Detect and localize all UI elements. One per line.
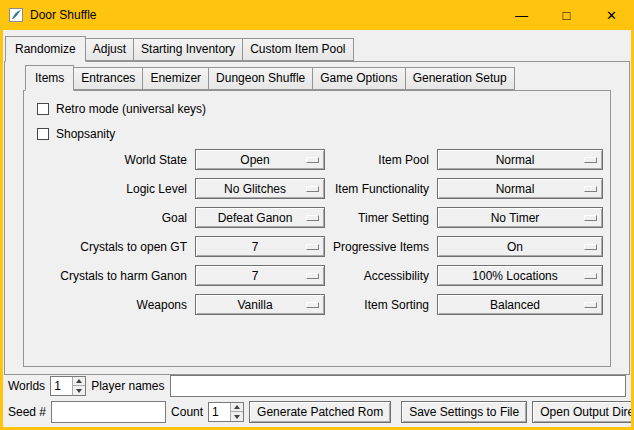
- door-shuffle-window: Door Shuffle — □ ✕ Randomize Adjust Star…: [0, 0, 634, 430]
- player-names-label: Player names: [91, 379, 164, 393]
- logic-level-value: No Glitches: [224, 182, 296, 196]
- options-grid: World State Open Item Pool Normal Logic …: [29, 149, 605, 315]
- items-panel: Retro mode (universal keys) Shopsanity W…: [23, 90, 611, 367]
- app-icon[interactable]: [8, 7, 24, 23]
- window-title: Door Shuffle: [30, 8, 97, 22]
- seed-input[interactable]: [51, 401, 166, 423]
- shopsanity-checkbox[interactable]: [37, 128, 49, 140]
- crystals-open-gt-value: 7: [252, 240, 269, 254]
- tab-generation-setup[interactable]: Generation Setup: [405, 67, 515, 90]
- worlds-increment-icon[interactable]: [72, 377, 85, 386]
- tab-dungeon-shuffle[interactable]: Dungeon Shuffle: [208, 67, 313, 90]
- dropdown-indicator-icon: [306, 215, 319, 221]
- item-sorting-label: Item Sorting: [333, 298, 429, 312]
- weapons-dropdown[interactable]: Vanilla: [195, 294, 325, 315]
- tab-adjust[interactable]: Adjust: [85, 38, 134, 61]
- shopsanity-row[interactable]: Shopsanity: [37, 124, 605, 144]
- crystals-harm-ganon-label: Crystals to harm Ganon: [29, 269, 187, 283]
- count-label: Count: [171, 405, 203, 419]
- world-state-value: Open: [240, 153, 279, 167]
- count-decrement-icon[interactable]: [230, 412, 243, 421]
- timer-setting-dropdown[interactable]: No Timer: [437, 207, 603, 228]
- worlds-input[interactable]: [51, 377, 72, 395]
- open-output-directory-button[interactable]: Open Output Directory: [532, 401, 631, 423]
- dropdown-indicator-icon: [584, 244, 597, 250]
- weapons-label: Weapons: [29, 298, 187, 312]
- player-names-input[interactable]: [170, 375, 627, 397]
- crystals-harm-ganon-value: 7: [252, 269, 269, 283]
- tab-enemizer[interactable]: Enemizer: [142, 67, 209, 90]
- goal-value: Defeat Ganon: [218, 211, 303, 225]
- dropdown-indicator-icon: [306, 273, 319, 279]
- randomize-panel: Items Entrances Enemizer Dungeon Shuffle…: [4, 61, 630, 375]
- seed-row: Seed # Count Generate Patched Rom Save S…: [8, 401, 626, 423]
- maximize-icon[interactable]: □: [544, 0, 589, 30]
- generate-patched-rom-button[interactable]: Generate Patched Rom: [249, 401, 391, 423]
- titlebar[interactable]: Door Shuffle — □ ✕: [0, 0, 634, 30]
- count-input[interactable]: [209, 403, 230, 421]
- item-sorting-value: Balanced: [490, 298, 550, 312]
- retro-mode-label[interactable]: Retro mode (universal keys): [56, 102, 206, 116]
- timer-setting-label: Timer Setting: [333, 211, 429, 225]
- tab-game-options[interactable]: Game Options: [312, 67, 405, 90]
- item-functionality-value: Normal: [496, 182, 545, 196]
- logic-level-dropdown[interactable]: No Glitches: [195, 178, 325, 199]
- count-spinner: [208, 402, 244, 422]
- item-functionality-dropdown[interactable]: Normal: [437, 178, 603, 199]
- progressive-items-label: Progressive Items: [333, 240, 429, 254]
- close-icon[interactable]: ✕: [589, 0, 634, 30]
- dropdown-indicator-icon: [584, 215, 597, 221]
- dropdown-indicator-icon: [584, 157, 597, 163]
- tab-starting-inventory[interactable]: Starting Inventory: [133, 38, 243, 61]
- goal-dropdown[interactable]: Defeat Ganon: [195, 207, 325, 228]
- retro-mode-checkbox[interactable]: [37, 103, 49, 115]
- world-state-label: World State: [29, 153, 187, 167]
- progressive-items-dropdown[interactable]: On: [437, 236, 603, 257]
- dropdown-indicator-icon: [306, 157, 319, 163]
- accessibility-label: Accessibility: [333, 269, 429, 283]
- crystals-harm-ganon-dropdown[interactable]: 7: [195, 265, 325, 286]
- dropdown-indicator-icon: [306, 186, 319, 192]
- client-area: Randomize Adjust Starting Inventory Cust…: [3, 30, 631, 427]
- logic-level-label: Logic Level: [29, 182, 187, 196]
- minimize-icon[interactable]: —: [499, 0, 544, 30]
- item-pool-value: Normal: [496, 153, 545, 167]
- bottom-bar: Worlds Player names Seed # Count: [3, 375, 631, 427]
- sub-tab-bar: Items Entrances Enemizer Dungeon Shuffle…: [23, 65, 611, 90]
- dropdown-indicator-icon: [584, 302, 597, 308]
- dropdown-indicator-icon: [306, 302, 319, 308]
- dropdown-indicator-icon: [306, 244, 319, 250]
- timer-setting-value: No Timer: [491, 211, 550, 225]
- retro-mode-row[interactable]: Retro mode (universal keys): [37, 99, 605, 119]
- dropdown-indicator-icon: [584, 273, 597, 279]
- tab-items[interactable]: Items: [25, 65, 74, 91]
- tab-randomize[interactable]: Randomize: [5, 36, 86, 62]
- worlds-row: Worlds Player names: [8, 375, 626, 397]
- goal-label: Goal: [29, 211, 187, 225]
- seed-label: Seed #: [8, 405, 46, 419]
- item-pool-label: Item Pool: [333, 153, 429, 167]
- crystals-open-gt-label: Crystals to open GT: [29, 240, 187, 254]
- accessibility-dropdown[interactable]: 100% Locations: [437, 265, 603, 286]
- worlds-spinner: [50, 376, 86, 396]
- progressive-items-value: On: [507, 240, 533, 254]
- world-state-dropdown[interactable]: Open: [195, 149, 325, 170]
- main-tab-bar: Randomize Adjust Starting Inventory Cust…: [3, 36, 631, 61]
- shopsanity-label[interactable]: Shopsanity: [56, 127, 115, 141]
- worlds-decrement-icon[interactable]: [72, 386, 85, 395]
- tab-entrances[interactable]: Entrances: [73, 67, 143, 90]
- dropdown-indicator-icon: [584, 186, 597, 192]
- save-settings-button[interactable]: Save Settings to File: [401, 401, 527, 423]
- item-sorting-dropdown[interactable]: Balanced: [437, 294, 603, 315]
- weapons-value: Vanilla: [237, 298, 282, 312]
- item-functionality-label: Item Functionality: [333, 182, 429, 196]
- worlds-label: Worlds: [8, 379, 45, 393]
- count-increment-icon[interactable]: [230, 403, 243, 412]
- item-pool-dropdown[interactable]: Normal: [437, 149, 603, 170]
- accessibility-value: 100% Locations: [472, 269, 567, 283]
- tab-custom-item-pool[interactable]: Custom Item Pool: [242, 38, 353, 61]
- crystals-open-gt-dropdown[interactable]: 7: [195, 236, 325, 257]
- window-controls: — □ ✕: [499, 0, 634, 30]
